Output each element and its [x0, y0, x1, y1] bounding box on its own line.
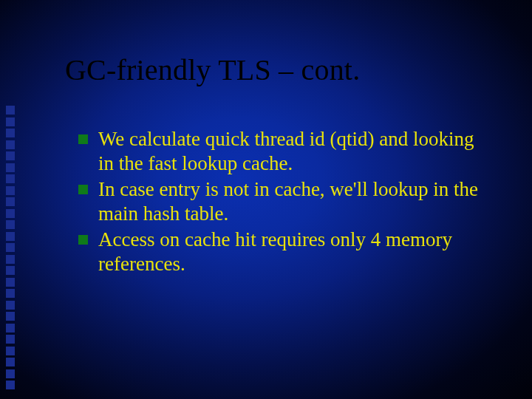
decor-left-squares: [6, 106, 15, 389]
slide: GC-friendly TLS – cont. We calculate qui…: [0, 0, 532, 399]
square-bullet-icon: [78, 134, 88, 144]
bullet-text: In case entry is not in cache, we'll loo…: [98, 177, 492, 226]
square-bullet-icon: [78, 235, 88, 245]
bullet-text: Access on cache hit requires only 4 memo…: [98, 228, 492, 276]
bullet-item: Access on cache hit requires only 4 memo…: [78, 228, 492, 276]
bullet-item: In case entry is not in cache, we'll loo…: [78, 177, 492, 226]
bullet-item: We calculate quick thread id (qtid) and …: [78, 127, 492, 176]
slide-body: We calculate quick thread id (qtid) and …: [78, 127, 492, 278]
slide-title: GC-friendly TLS – cont.: [65, 55, 360, 86]
bullet-text: We calculate quick thread id (qtid) and …: [98, 127, 492, 176]
square-bullet-icon: [78, 185, 88, 194]
